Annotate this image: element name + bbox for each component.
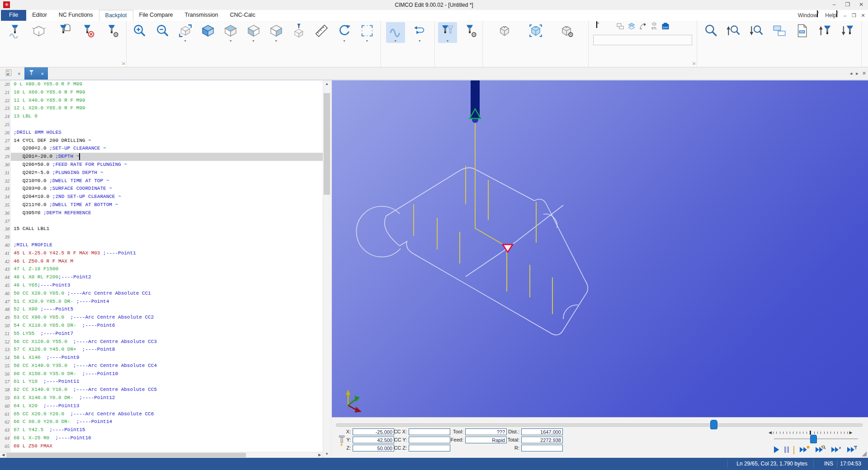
code-line[interactable]: 47 L Z-18 F1500 [11,265,323,273]
backplot-setup-button[interactable]: ⚙ [102,22,121,43]
code-line[interactable]: 15 CALL LBL1 [11,225,323,233]
code-line[interactable]: Q202=-5.0 ;PLUNGING DEPTH ~ [11,169,323,177]
find-previous-button[interactable] [724,22,743,43]
code-line[interactable]: 53 CC X90.0 Y65.0 ;----Arc Centre Absolu… [11,314,323,322]
menu-tab-file[interactable]: File [1,10,26,21]
close-tab-icon[interactable]: × [41,71,43,76]
tool-button[interactable]: ▼ [438,22,457,43]
code-line[interactable]: 54 C X110.0 Y65.0 DR- ;----Point6 [11,322,323,330]
replace-button[interactable] [770,22,789,43]
cc-z-value-field[interactable] [409,445,450,451]
step-z-button[interactable]: z [830,445,842,455]
code-line[interactable]: 45 L X-25.0 Y42.5 R F MAX M03 ;----Point… [11,249,323,258]
code-line[interactable]: 50 CC X20.0 Y65.0 ;----Arc Centre Absolu… [11,290,323,298]
close-button[interactable]: ✕ [854,0,868,10]
code-line[interactable]: 64 L X20 ;----Point13 [11,402,323,410]
code-line[interactable]: 69 L Z50 FMAX [11,442,323,451]
show-bounding-box-button[interactable]: ▼ [358,22,377,43]
dist-value-field[interactable]: 1647.000 [521,428,563,435]
menu-tab-cnc-calc[interactable]: CNC-Calc [224,10,261,21]
code-line[interactable]: 59 CC X140.0 Y35.0 ;----Arc Centre Absol… [11,362,323,370]
previous-tool-change-button[interactable] [816,22,835,43]
pause-button[interactable] [784,446,789,455]
solid-model-button[interactable] [495,22,514,43]
rotate-view-button[interactable]: ▼ [335,22,354,43]
view-from-tool-button[interactable] [289,22,308,43]
code-line[interactable]: Q201=-20.0 ;DEPTH ~ [11,153,323,161]
toolpath-button[interactable]: ▼ [386,22,405,43]
scroll-right-icon[interactable]: ▶ [316,452,323,458]
close-tab-icon[interactable]: × [18,71,20,76]
code-line[interactable]: ;MILL PROFILE [11,241,323,249]
speed-increase-icon[interactable]: ▶ [849,430,853,435]
doc-close-button[interactable]: ✕ [859,13,867,19]
close-backplot-button[interactable] [78,22,97,43]
code-line[interactable]: 68 L X-25 R0 ;----Point16 [11,434,323,442]
code-line[interactable]: Q203=0.0 ;SURFACE COORDINATE ~ [11,185,323,193]
menu-tab-backplot[interactable]: Backplot [99,10,133,21]
scroll-up-icon[interactable]: ▲ [323,80,330,88]
editor-vertical-scrollbar[interactable]: ▲ ▼ [323,80,330,458]
tool-setup-button[interactable]: ⚙ [460,22,479,43]
code-line[interactable]: 13 LBL 0 [11,113,323,121]
measure-distance-button[interactable] [312,22,331,43]
zoom-in-button[interactable] [130,22,149,43]
code-line[interactable]: Q210=0.0 ;DWELL TIME AT TOP ~ [11,177,323,185]
code-line[interactable]: 62 CC X140.0 Y10.0 ;----Arc Centre Absol… [11,386,323,394]
fit-to-window-button[interactable]: ▼ [176,22,195,43]
code-line[interactable] [11,233,323,241]
go-to-line-block-number-button[interactable] [793,22,811,43]
document-tab-heidenhain-example-1-jig-plate-h[interactable]: %1× [2,67,24,80]
code-line[interactable]: 51 C X20.0 Y85.0 DR- ;----Point4 [11,298,323,306]
hscroll-thumb[interactable] [6,453,246,457]
code-line[interactable]: Q204=10.0 ;2ND SET-UP CLEARANCE ~ [11,193,323,201]
scroll-left-icon[interactable]: ◀ [0,452,6,458]
progress-slider[interactable] [336,423,863,427]
code-line[interactable]: 55 LY55 ;----Point7 [11,330,323,338]
stl-icon[interactable]: STL [650,22,658,32]
code-line[interactable]: 10 L X60.0 Y65.0 R F M99 [11,89,323,97]
menu-tab-nc-functions[interactable]: NC Functions [53,10,99,21]
dialog-launcher-icon[interactable]: ⇲ [692,60,695,67]
code-line[interactable]: 12 L X20.0 Y65.0 R F M99 [11,104,323,113]
code-line[interactable] [11,217,323,226]
code-line[interactable]: 49 L Y65;----Point3 [11,282,323,290]
solid-animation-button[interactable] [29,22,48,43]
vscroll-thumb[interactable] [324,93,330,195]
zoom-regenerate-solid-button[interactable] [526,22,545,43]
menu-tab-file-compare[interactable]: File Compare [133,10,179,21]
speed-slider-handle[interactable] [810,435,817,443]
code-line[interactable]: 48 L X0 RL F200;----Point2 [11,273,323,282]
view-reset-button[interactable] [198,22,217,43]
code-line[interactable]: 58 L X140 ;----Point9 [11,354,323,362]
code-line[interactable]: Q206=50.0 ;FEED RATE FOR PLUNGING ~ [11,161,323,169]
tab-close-icon[interactable]: ✕ [862,70,866,76]
code-line[interactable]: 56 CC X120.0 Y55.0 ;----Arc Centre Absol… [11,338,323,346]
code-line[interactable]: 67 L Y42.5 ;----Point15 [11,426,323,434]
help-menu[interactable]: Help ▾ [821,12,840,19]
top-button[interactable]: ▼ [221,22,240,43]
code-line[interactable]: Q211=0.0 ;DWELL TIME AT BOTTOM ~ [11,201,323,209]
code-line[interactable]: 46 L Z50.0 R F MAX M [11,258,323,266]
tab-scroll-left-icon[interactable]: ◂ [850,70,853,76]
code-line[interactable]: 60 C X150.0 Y35.0 DR- ;----Point10 [11,370,323,378]
tab-scroll-right-icon[interactable]: ▸ [856,70,859,76]
layers-icon[interactable] [627,22,636,32]
zoom-out-button[interactable] [153,22,172,43]
code-line[interactable]: 14 CYCL DEF 200 DRILLING ~ [11,137,323,145]
restore-button[interactable]: ❐ [841,0,854,10]
code-line[interactable]: Q395=0 ;DEPTH REFERENCE [11,209,323,217]
code-line[interactable]: 57 C X120.0 Y45.0 DR+ ;----Point8 [11,346,323,354]
backplot-3d-viewport[interactable] [332,80,868,417]
dialog-launcher-icon[interactable]: ⇲ [121,60,125,67]
probe-icon[interactable] [639,22,647,32]
mode-button[interactable]: ▼ [410,22,429,43]
backplot-window-button[interactable] [5,22,24,43]
code-line[interactable]: 11 L X40.0 Y65.0 R F M99 [11,97,323,105]
menu-tab-editor[interactable]: Editor [26,10,53,21]
backplot-file-button[interactable] [54,22,73,43]
nc-code-editor[interactable]: 2021222324252627282930313233343536373839… [0,80,323,452]
play-button[interactable] [773,446,780,455]
editor-horizontal-scrollbar[interactable]: ◀ ▶ [0,452,323,458]
dxf-icon[interactable]: DXF [661,22,670,32]
